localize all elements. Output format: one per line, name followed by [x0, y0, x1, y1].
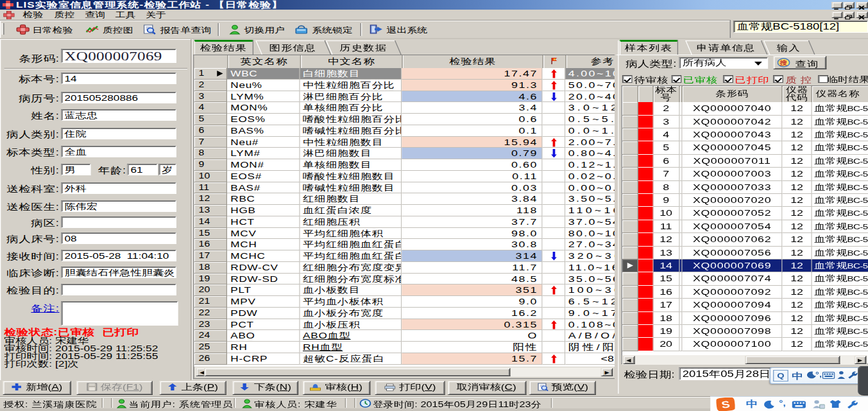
svg-text:搜: 搜 — [779, 59, 788, 66]
